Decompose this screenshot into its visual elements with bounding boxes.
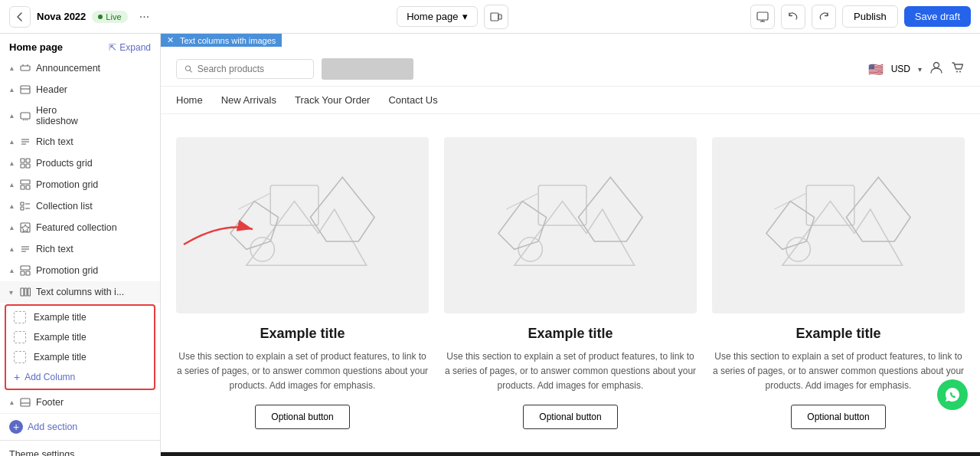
svg-rect-1 [498,15,501,19]
nav-item-track[interactable]: Track Your Order [295,94,371,106]
add-section-button[interactable]: + Add section [0,414,160,440]
add-section-icon: + [9,420,23,434]
copy-action[interactable]: ⧉ [103,109,117,123]
slideshow-icon [19,110,31,122]
undo-button[interactable] [781,5,805,29]
column-image-1 [176,137,429,313]
column-desc-2: Use this section to explain a set of pro… [444,349,697,394]
svg-rect-19 [21,164,24,168]
section-highlight-label: ✕ Text columns with images [161,34,282,47]
chevron-icon: ▸ [7,248,15,251]
store-name: Nova 2022 [37,11,86,22]
cart-icon[interactable] [951,61,965,77]
chevron-icon: ▸ [7,269,15,273]
drag-action[interactable]: ⋮⋮ [137,109,151,123]
svg-rect-39 [21,399,30,406]
svg-rect-0 [491,13,498,21]
sidebar-sections: ▸ Announcement ▸ Header ▸ Hero slideshow [0,57,160,414]
column-button-1[interactable]: Optional button [255,405,349,429]
expand-button[interactable]: ⇱ Expand [109,42,151,53]
sidebar-promo2-label: Promotion grid [36,265,151,276]
nav-item-new-arrivals[interactable]: New Arrivals [221,94,276,106]
live-dot [98,15,103,19]
svg-line-42 [190,70,192,72]
sidebar-item-products-grid[interactable]: ▸ Products grid [0,153,160,174]
add-column-label: Add Column [24,372,75,382]
svg-marker-29 [21,225,29,232]
desktop-view-button[interactable] [750,5,775,29]
account-icon[interactable] [929,61,943,77]
column-icon-1 [14,311,26,323]
svg-point-43 [934,63,939,68]
svg-rect-26 [21,207,24,210]
flag-icon: 🇺🇸 [868,62,884,77]
sidebar-item-promotion-grid-2[interactable]: ▸ Promotion grid [0,260,160,281]
text-columns-child-3[interactable]: Example title [6,347,154,367]
column-desc-3: Use this section to explain a set of pro… [712,349,965,394]
column-button-2[interactable]: Optional button [523,405,617,429]
svg-rect-33 [21,266,30,270]
sidebar-title: Home page [9,41,63,53]
sidebar-item-header[interactable]: ▸ Header [0,79,160,100]
svg-rect-20 [26,164,30,168]
expand-label: Expand [119,42,151,53]
topbar-left: Nova 2022 Live ··· [9,6,155,28]
richtext-icon [19,136,31,148]
nav-item-contact[interactable]: Contact Us [388,94,437,106]
text-columns-child-2[interactable]: Example title [6,327,154,347]
svg-rect-22 [21,185,24,189]
chevron-icon: ▸ [7,205,15,208]
chevron-icon: ▸ [7,183,15,187]
whatsapp-button[interactable] [937,379,968,410]
footer-chevron-icon: ▸ [7,401,15,405]
svg-rect-8 [21,86,30,93]
currency-label: USD [891,64,910,74]
promotion-grid2-icon [19,264,31,277]
sidebar-item-rich-text-2[interactable]: ▸ Rich text [0,238,160,260]
page-selector[interactable]: Home page ▾ [397,6,478,27]
column-button-3[interactable]: Optional button [791,405,885,429]
add-column-button[interactable]: + Add Column [6,367,154,387]
search-bar[interactable] [176,59,314,79]
sidebar-item-featured-collection[interactable]: ▸ Featured collection [0,217,160,238]
column-desc-1: Use this section to explain a set of pro… [176,349,429,394]
main-layout: Home page ⇱ Expand ▸ Announcement ▸ Head… [0,34,980,456]
responsive-view-button[interactable] [484,5,508,29]
chevron-icon: ▸ [7,67,15,71]
live-badge: Live [92,11,127,23]
more-menu-button[interactable]: ··· [134,6,155,28]
text-columns-child-1[interactable]: Example title [6,307,154,327]
back-button[interactable] [9,6,31,28]
sidebar-item-hero-slideshow[interactable]: ▸ Hero slideshow ⧉ 👁 ⋮⋮ [0,100,160,131]
featured-collection-icon [19,221,31,234]
promotion-grid-icon [19,179,31,191]
store-footer: 📞 💬 🛒 ⚙ 🗑 📊 © 2023 testing12310 Store po… [161,452,980,456]
nav-item-home[interactable]: Home [176,94,203,106]
text-columns-icon [19,286,31,298]
publish-button[interactable]: Publish [842,5,898,28]
svg-rect-37 [24,288,27,296]
search-input[interactable] [198,64,305,74]
header-icon [19,84,31,96]
sidebar-item-footer[interactable]: ▸ Footer [0,392,160,413]
sidebar-item-promotion-grid-1[interactable]: ▸ Promotion grid [0,174,160,195]
richtext2-icon [19,243,31,255]
chevron-icon: ▸ [7,162,15,166]
topbar-right: Publish Save draft [750,5,971,29]
svg-rect-21 [21,180,30,184]
sidebar-item-text-columns[interactable]: ▾ Text columns with i... [0,281,160,303]
sidebar-item-rich-text-1[interactable]: ▸ Rich text [0,131,160,153]
sidebar-item-collection-list[interactable]: ▸ Collection list [0,195,160,217]
save-draft-button[interactable]: Save draft [904,6,971,27]
column-title-2: Example title [528,326,612,342]
redo-button[interactable] [812,5,836,29]
live-label: Live [106,12,121,21]
section-close-button[interactable]: ✕ [167,35,174,45]
sidebar-products-grid-label: Products grid [36,158,151,169]
sidebar-richtext2-label: Rich text [36,244,151,254]
visibility-action[interactable]: 👁 [120,109,134,123]
theme-settings-label[interactable]: Theme settings [9,449,74,456]
sidebar-item-announcement[interactable]: ▸ Announcement [0,57,160,79]
svg-rect-17 [21,159,24,162]
store-header: 🇺🇸 USD ▾ [161,34,980,87]
